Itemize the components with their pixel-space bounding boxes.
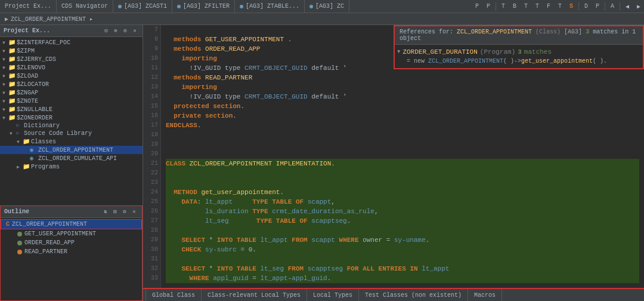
toolbar-t4[interactable]: T bbox=[555, 1, 565, 12]
gutter-line-29: 29 bbox=[143, 235, 158, 245]
references-header: References for: ZCL_ORDER_APPOINTMENT (C… bbox=[395, 26, 643, 45]
toolbar-scrollright[interactable]: ▶ bbox=[633, 1, 644, 12]
references-body: ▼ ZORDER_GET_DURATION (Program) 3 matche… bbox=[395, 45, 643, 68]
tree-item-label: $ZNULLABLE bbox=[17, 106, 140, 113]
tab-label: [AG3] ZC bbox=[315, 3, 344, 10]
tree-arrow-icon: ▼ bbox=[17, 139, 23, 145]
tree-item-szjerry_cds[interactable]: ▼📁$ZJERRY_CDS bbox=[0, 55, 143, 63]
gutter-line-16: 16 bbox=[143, 111, 158, 121]
toolbar-s[interactable]: S bbox=[566, 1, 577, 12]
outline-item-label-get_user_appt: GET_USER_APPOINTMENT bbox=[24, 231, 96, 237]
tree-item-sznullable[interactable]: ▼📁$ZNULLABLE bbox=[0, 105, 143, 113]
outline-dot-read_partner bbox=[17, 250, 22, 254]
outline-body: CZCL_ORDER_APPOINTMENT GET_USER_APPOINTM… bbox=[1, 218, 142, 300]
arrow-indicator: ▶ bbox=[5, 16, 8, 23]
tree-item-szipm[interactable]: ▼📁$ZIPM bbox=[0, 47, 143, 55]
outline-collapse-btn[interactable]: ⊟ bbox=[111, 208, 119, 216]
tree-item-label: Dictionary bbox=[24, 122, 140, 129]
tree-item-label: $ZNGAP bbox=[17, 90, 140, 96]
collapse-all-btn[interactable]: ⊟ bbox=[102, 27, 110, 35]
tree-item-sznote[interactable]: ▼📁$ZNOTE bbox=[0, 97, 143, 105]
gutter-line-7: 7 bbox=[143, 25, 158, 35]
tree-item-szinterface_poc[interactable]: ▼📁$ZINTERFACE_POC bbox=[0, 38, 143, 47]
outline-item-label-order_read_app: ORDER_READ_APP bbox=[24, 239, 75, 246]
outline-item-class[interactable]: CZCL_ORDER_APPOINTMENT bbox=[1, 219, 142, 229]
gutter-line-14: 14 bbox=[143, 92, 158, 102]
code-line-17: ENDCLASS. bbox=[166, 121, 639, 130]
tree-item-programs[interactable]: ▶📁Programs bbox=[0, 162, 143, 171]
close-panel-btn[interactable]: ✕ bbox=[131, 27, 139, 35]
tree-arrow-icon: ▼ bbox=[10, 131, 16, 136]
outline-item-order_read_app[interactable]: ORDER_READ_APP bbox=[1, 238, 142, 247]
toolbar-t1[interactable]: T bbox=[498, 1, 509, 12]
tree-item-label: Programs bbox=[31, 164, 140, 170]
toolbar-d[interactable]: D bbox=[581, 1, 592, 12]
bottom-tab-3[interactable]: Test Classes (non existent) bbox=[359, 289, 468, 301]
gutter-line-20: 20 bbox=[143, 149, 158, 159]
tree-item-classes[interactable]: ▼📁Classes bbox=[0, 137, 143, 146]
tree-item-source_code_lib[interactable]: ▼○Source Code Library bbox=[0, 130, 143, 137]
tab-zc[interactable]: [AG3] ZC bbox=[305, 0, 349, 13]
project-explorer-header: Project Ex... ⊟ ⊕ ⚙ ✕ bbox=[0, 25, 143, 37]
tree-item-label: Source Code Library bbox=[24, 130, 140, 137]
ref-program-name: ZORDER_GET_DURATION bbox=[402, 48, 477, 56]
link-editor-btn[interactable]: ⊕ bbox=[112, 27, 120, 35]
toolbar-f[interactable]: F bbox=[543, 1, 554, 12]
sep3 bbox=[605, 2, 605, 11]
code-line-15: protected section. bbox=[166, 102, 639, 111]
outline-item-read_partner[interactable]: READ_PARTNER bbox=[1, 247, 142, 256]
code-line-16: private section. bbox=[166, 111, 639, 121]
toolbar-t2[interactable]: T bbox=[521, 1, 531, 12]
settings-btn[interactable]: ⚙ bbox=[121, 27, 129, 35]
ref-section-match-count: 3 bbox=[518, 48, 522, 56]
tree-item-szlenovo[interactable]: ▼📁$ZLENOVO bbox=[0, 63, 143, 72]
tree-item-label: $ZLOAD bbox=[17, 73, 140, 79]
outline-item-get_user_appt[interactable]: GET_USER_APPOINTMENT bbox=[1, 229, 142, 238]
toolbar-b[interactable]: B bbox=[509, 1, 520, 12]
gutter-line-25: 25 bbox=[143, 197, 158, 207]
toolbar-scrollleft[interactable]: ◀ bbox=[622, 1, 633, 12]
tree-item-dictionary[interactable]: ○Dictionary bbox=[0, 122, 143, 130]
ref-objects-label: object bbox=[400, 35, 421, 42]
toolbar-p1[interactable]: P bbox=[472, 1, 482, 12]
code-line-22 bbox=[166, 168, 639, 178]
bottom-tab-1[interactable]: Class-relevant Local Types bbox=[202, 289, 307, 301]
code-line-27: lt_seg TYPE TABLE OF scapptseg. bbox=[166, 216, 639, 226]
tree-item-szngap[interactable]: ▼📁$ZNGAP bbox=[0, 88, 143, 97]
bottom-tab-0[interactable]: Global Class bbox=[145, 289, 202, 301]
class-icon: ◉ bbox=[30, 155, 38, 162]
folder-icon: 📁 bbox=[8, 106, 17, 113]
tree-item-szlocator[interactable]: ▼📁$ZLOCATOR bbox=[0, 80, 143, 88]
outline-panel: Outline ⇅ ⊟ ⚙ ✕ CZCL_ORDER_APPOINTMENT G… bbox=[0, 205, 143, 301]
toolbar-a[interactable]: A bbox=[607, 1, 618, 12]
tab-zcast1[interactable]: [AG3] ZCAST1 bbox=[113, 0, 172, 13]
tree-item-zcl_order_appt[interactable]: ◉ZCL_ORDER_APPOINTMENT bbox=[0, 146, 143, 154]
tab-ztable[interactable]: [AG3] ZTABLE... bbox=[235, 0, 305, 13]
tab-zfilter[interactable]: [AG3] ZFILTER bbox=[172, 0, 235, 13]
code-line-18 bbox=[166, 130, 639, 140]
outline-header: Outline ⇅ ⊟ ⚙ ✕ bbox=[1, 206, 142, 218]
toolbar-p3[interactable]: P bbox=[592, 1, 603, 12]
tab-project-ex[interactable]: Project Ex... bbox=[0, 0, 57, 13]
tab-label: Project Ex... bbox=[5, 3, 51, 10]
ref-equals: = new bbox=[407, 58, 428, 64]
tree-item-szload[interactable]: ▼📁$ZLOAD bbox=[0, 72, 143, 80]
ref-section-header[interactable]: ▼ ZORDER_GET_DURATION (Program) 3 matche… bbox=[395, 47, 643, 57]
tab-cds-nav[interactable]: CDS Navigator bbox=[57, 0, 113, 13]
gutter-line-10: 10 bbox=[143, 54, 158, 63]
bottom-tab-4[interactable]: Macros bbox=[468, 289, 502, 301]
outline-dot-get_user_appt bbox=[17, 232, 22, 236]
folder-icon: 📁 bbox=[8, 64, 17, 71]
outline-settings-btn[interactable]: ⚙ bbox=[120, 208, 129, 216]
bottom-tab-2[interactable]: Local Types bbox=[307, 289, 359, 301]
tree-item-szoneorder[interactable]: ▼📁$ZONEORDER bbox=[0, 113, 143, 122]
gutter-line-8: 8 bbox=[143, 35, 158, 44]
outline-sort-btn[interactable]: ⇅ bbox=[101, 208, 110, 216]
toolbar-p2[interactable]: P bbox=[483, 1, 494, 12]
toolbar-t3[interactable]: T bbox=[532, 1, 543, 12]
tree-item-zcl_order_cum[interactable]: ◉ZCL_ORDER_CUMULATE_API bbox=[0, 154, 143, 162]
outline-close-btn[interactable]: ✕ bbox=[130, 208, 138, 216]
tab-label: CDS Navigator bbox=[61, 3, 108, 10]
code-line-29: SELECT * INTO TABLE lt_appt FROM scappt … bbox=[166, 235, 639, 245]
tab-label: [AG3] ZTABLE... bbox=[246, 3, 299, 10]
